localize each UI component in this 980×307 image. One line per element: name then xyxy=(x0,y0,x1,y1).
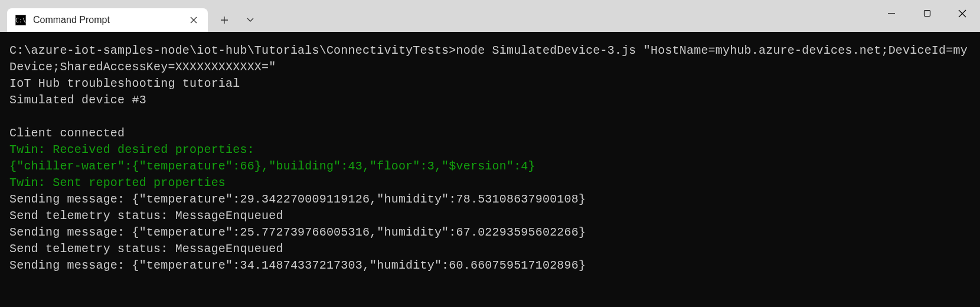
titlebar: C:\ Command Prompt xyxy=(0,0,980,32)
out-status1: Send telemetry status: MessageEnqueued xyxy=(9,208,971,224)
minimize-button[interactable] xyxy=(874,0,909,27)
out-send2: Sending message: {"temperature":25.77273… xyxy=(9,224,971,241)
out-sim: Simulated device #3 xyxy=(9,92,971,109)
svg-rect-0 xyxy=(924,11,930,17)
out-blank xyxy=(9,109,971,125)
out-twin-recv: Twin: Received desired properties: xyxy=(9,142,971,158)
tab-dropdown-button[interactable] xyxy=(239,8,262,32)
new-tab-button[interactable] xyxy=(213,8,236,32)
out-tutorial: IoT Hub troubleshooting tutorial xyxy=(9,76,971,92)
out-status2: Send telemetry status: MessageEnqueued xyxy=(9,241,971,257)
close-window-button[interactable] xyxy=(945,0,980,27)
tab-command-prompt[interactable]: C:\ Command Prompt xyxy=(7,8,208,32)
maximize-button[interactable] xyxy=(909,0,945,27)
out-send3: Sending message: {"temperature":34.14874… xyxy=(9,257,971,274)
out-send1: Sending message: {"temperature":29.34227… xyxy=(9,191,971,208)
cmd-line: C:\azure-iot-samples-node\iot-hub\Tutori… xyxy=(9,43,971,76)
close-tab-icon[interactable] xyxy=(188,14,200,26)
terminal-icon: C:\ xyxy=(15,15,26,25)
tab-title: Command Prompt xyxy=(33,15,188,25)
out-connected: Client connected xyxy=(9,125,971,142)
terminal-output[interactable]: C:\azure-iot-samples-node\iot-hub\Tutori… xyxy=(0,32,980,307)
window-controls xyxy=(874,0,980,27)
out-twin-json: {"chiller-water":{"temperature":66},"bui… xyxy=(9,158,971,175)
out-twin-sent: Twin: Sent reported properties xyxy=(9,175,971,191)
